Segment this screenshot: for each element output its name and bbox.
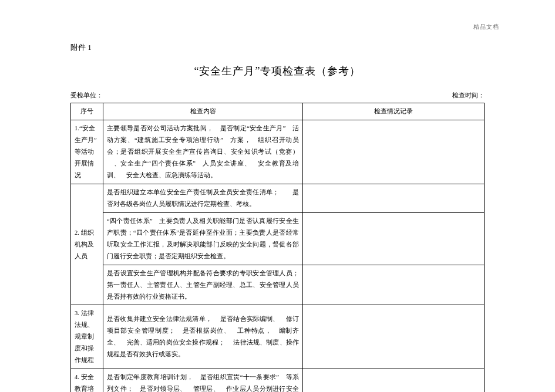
- row-index: 3. 法律法规、规章制度和操作规程: [71, 305, 103, 369]
- row-record: [303, 265, 485, 305]
- table-row: 1.“安全生产月”等活动开展情况 主要领导是否对公司活动方案批阅， 是否制定“安…: [71, 120, 485, 184]
- inspection-time-label: 检查时间：: [452, 90, 485, 101]
- row-index: 4. 安全教育培训情况: [71, 369, 103, 392]
- table-row: 2. 组织机构及人员 是否组织建立本单位安全生产责任制及全员安全责任清单； 是否…: [71, 184, 485, 213]
- row-content: 是否收集并建立安全法律法规清单， 是否结合实际编制、 修订项目部安全管理制度； …: [103, 305, 303, 369]
- header-record: 检查情况记录: [303, 103, 485, 120]
- row-record: [303, 369, 485, 392]
- document-title: “安全生产月”专项检查表（参考）: [70, 62, 485, 80]
- inspection-table: 序号 检查内容 检查情况记录 1.“安全生产月”等活动开展情况 主要领导是否对公…: [70, 103, 485, 392]
- row-content: “四个责任体系” 主要负责人及相关职能部门是否认真履行安全生产职责；“四个责任体…: [103, 212, 303, 265]
- row-index: 1.“安全生产月”等活动开展情况: [71, 120, 103, 184]
- attachment-label: 附件 1: [70, 41, 485, 54]
- inspected-unit-label: 受检单位：: [70, 90, 103, 101]
- table-body: 1.“安全生产月”等活动开展情况 主要领导是否对公司活动方案批阅， 是否制定“安…: [71, 120, 485, 392]
- table-row: 4. 安全教育培训情况 是否制定年度教育培训计划， 是否组织宣贯“十一条要求” …: [71, 369, 485, 392]
- table-row: “四个责任体系” 主要负责人及相关职能部门是否认真履行安全生产职责；“四个责任体…: [71, 212, 485, 265]
- watermark-text: 精品文档: [473, 22, 499, 32]
- row-record: [303, 120, 485, 184]
- header-index: 序号: [71, 103, 103, 120]
- row-content: 主要领导是否对公司活动方案批阅， 是否制定“安全生产月” 活动方案、“建筑施工安…: [103, 120, 303, 184]
- table-header-row: 序号 检查内容 检查情况记录: [71, 103, 485, 120]
- row-record: [303, 212, 485, 265]
- row-content: 是否设置安全生产管理机构并配备符合要求的专职安全管理人员；第一责任人、主管责任人…: [103, 265, 303, 305]
- meta-row: 受检单位： 检查时间：: [70, 90, 485, 101]
- row-content: 是否组织建立本单位安全生产责任制及全员安全责任清单； 是否对各级各岗位人员履职情…: [103, 184, 303, 213]
- row-record: [303, 305, 485, 369]
- table-row: 3. 法律法规、规章制度和操作规程 是否收集并建立安全法律法规清单， 是否结合实…: [71, 305, 485, 369]
- row-index: 2. 组织机构及人员: [71, 184, 103, 305]
- table-row: 是否设置安全生产管理机构并配备符合要求的专职安全管理人员；第一责任人、主管责任人…: [71, 265, 485, 305]
- header-content: 检查内容: [103, 103, 303, 120]
- row-content: 是否制定年度教育培训计划， 是否组织宣贯“十一条要求” 等系列文件； 是否对领导…: [103, 369, 303, 392]
- row-record: [303, 184, 485, 213]
